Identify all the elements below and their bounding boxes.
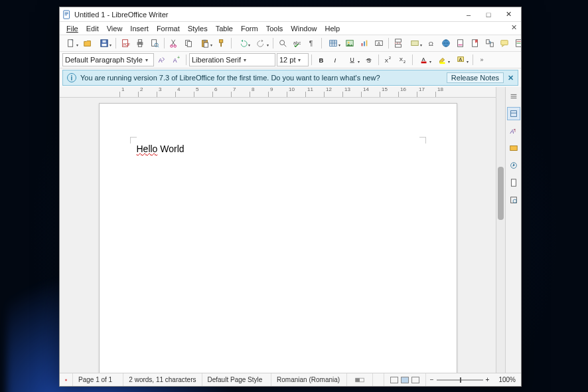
paste-button[interactable]: ▾ [196, 37, 214, 50]
spellcheck-button[interactable]: abc [291, 37, 304, 50]
svg-text:B: B [319, 56, 324, 64]
language-status[interactable]: Romanian (Romania) [271, 373, 347, 386]
comment-button[interactable] [498, 37, 511, 50]
insert-chart-button[interactable] [358, 37, 371, 50]
sidebar-gallery-icon[interactable] [507, 142, 520, 155]
close-doc-icon[interactable]: ✕ [511, 23, 517, 32]
track-changes-button[interactable] [512, 37, 521, 50]
sidebar-inspect-icon[interactable] [507, 193, 520, 207]
menu-table[interactable]: Table [212, 23, 237, 34]
export-pdf-button[interactable]: PDF [119, 37, 132, 50]
vertical-scrollbar[interactable] [496, 87, 505, 373]
zoom-knob[interactable] [460, 377, 461, 383]
menu-help[interactable]: Help [321, 23, 344, 34]
page[interactable]: Hello World [99, 103, 457, 373]
bold-button[interactable]: B [315, 53, 328, 66]
maximize-button[interactable]: □ [478, 9, 498, 21]
formatting-marks-button[interactable]: ¶ [305, 37, 319, 50]
svg-text:A: A [459, 57, 463, 62]
misspelled-word[interactable]: Hello [137, 144, 158, 154]
text-word[interactable]: World [157, 144, 184, 154]
undo-button[interactable]: ▾ [234, 37, 252, 50]
sidebar-properties-icon[interactable] [507, 107, 520, 120]
menu-tools[interactable]: Tools [262, 23, 287, 34]
subscript-button[interactable]: X2 [396, 53, 409, 66]
save-button[interactable]: ▾ [96, 37, 113, 50]
info-close-button[interactable]: ✕ [508, 74, 514, 82]
paragraph-style-combo[interactable]: Default Paragraph Style ▾ [62, 53, 154, 66]
document-viewport[interactable]: Hello World [60, 98, 496, 373]
new-doc-button[interactable]: ▾ [62, 37, 80, 50]
horizontal-ruler[interactable]: 1 2 3 4 5 6 7 8 9 10 11 12 13 14 15 16 1… [60, 87, 496, 98]
sidebar-page-icon[interactable] [507, 176, 520, 189]
single-page-view-icon[interactable] [390, 377, 398, 383]
footnote-button[interactable] [454, 37, 467, 50]
zoom-in-button[interactable]: + [486, 376, 490, 383]
document-text[interactable]: Hello World [137, 144, 419, 155]
page-style-status[interactable]: Default Page Style [202, 373, 272, 386]
menu-format[interactable]: Format [153, 23, 184, 34]
formatting-overflow-button[interactable]: » [476, 53, 489, 66]
hyperlink-button[interactable] [439, 37, 453, 50]
insert-mode-status[interactable] [347, 373, 373, 386]
view-layout-buttons[interactable] [384, 373, 426, 386]
new-style-button[interactable]: A+ [170, 53, 183, 66]
menu-window[interactable]: Window [287, 23, 321, 34]
copy-button[interactable] [182, 37, 195, 50]
minimize-button[interactable]: – [459, 9, 478, 21]
multi-page-view-icon[interactable] [401, 377, 409, 383]
char-background-button[interactable]: A▾ [453, 53, 470, 66]
sidebar-menu-icon[interactable] [507, 90, 520, 103]
zoom-slider[interactable]: − + [426, 376, 494, 383]
zoom-track[interactable] [437, 379, 483, 381]
zoom-value[interactable]: 100% [493, 373, 521, 386]
zoom-out-button[interactable]: − [430, 376, 434, 383]
font-name-combo[interactable]: Liberation Serif ▾ [189, 53, 275, 66]
menu-form[interactable]: Form [237, 23, 262, 34]
clone-formatting-button[interactable] [215, 37, 228, 50]
sidebar-styles-icon[interactable]: A¶ [507, 124, 520, 138]
menu-insert[interactable]: Insert [126, 23, 153, 34]
app-window: Untitled 1 - LibreOffice Writer – □ ✕ Fi… [59, 7, 522, 387]
bookmark-button[interactable] [469, 37, 482, 50]
cross-ref-button[interactable] [483, 37, 496, 50]
page-status[interactable]: Page 1 of 1 [73, 373, 123, 386]
close-button[interactable]: ✕ [498, 9, 518, 21]
save-indicator[interactable] [60, 373, 73, 386]
strikethrough-button[interactable]: S [362, 53, 376, 66]
font-size-combo[interactable]: 12 pt ▾ [277, 53, 309, 66]
superscript-button[interactable]: X2 [382, 53, 395, 66]
italic-button[interactable]: I [329, 53, 342, 66]
menu-edit[interactable]: Edit [82, 23, 103, 34]
highlight-button[interactable]: ▾ [434, 53, 451, 66]
redo-button[interactable]: ▾ [253, 37, 270, 50]
sidebar-navigator-icon[interactable] [507, 159, 520, 172]
book-view-icon[interactable] [411, 377, 419, 383]
update-style-button[interactable]: A [155, 53, 169, 66]
menu-styles[interactable]: Styles [184, 23, 212, 34]
release-notes-button[interactable]: Release Notes [447, 72, 504, 83]
insert-textbox-button[interactable]: A [372, 37, 386, 50]
scrollbar-thumb[interactable] [498, 167, 504, 220]
underline-button[interactable]: U▾ [344, 53, 361, 66]
svg-rect-12 [138, 45, 141, 47]
menu-view[interactable]: View [103, 23, 127, 34]
special-char-button[interactable]: Ω [425, 37, 438, 50]
svg-rect-38 [362, 43, 363, 46]
print-preview-button[interactable] [148, 37, 161, 50]
svg-rect-91 [65, 379, 67, 381]
print-button[interactable] [133, 37, 147, 50]
find-button[interactable] [276, 37, 289, 50]
font-color-button[interactable]: A▾ [415, 53, 433, 66]
font-name-value: Liberation Serif [192, 56, 241, 64]
insert-field-button[interactable]: ▾ [406, 37, 423, 50]
svg-rect-52 [486, 40, 489, 44]
insert-image-button[interactable] [343, 37, 356, 50]
svg-text:X: X [400, 56, 404, 62]
page-break-button[interactable] [392, 37, 405, 50]
open-button[interactable] [81, 37, 94, 50]
insert-table-button[interactable]: ▾ [325, 37, 342, 50]
cut-button[interactable] [167, 37, 181, 50]
word-count-status[interactable]: 2 words, 11 characters [123, 373, 202, 386]
menu-file[interactable]: File [62, 23, 82, 34]
